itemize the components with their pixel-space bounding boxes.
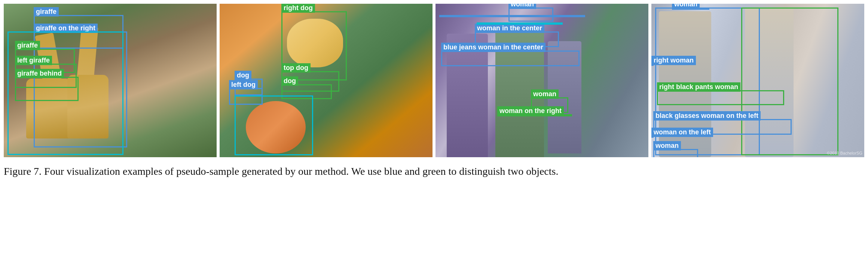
label-woman-top: woman <box>508 4 536 9</box>
label-top-dog: top dog <box>281 63 311 73</box>
bbox-woman-cyan <box>477 22 563 25</box>
bbox-dog-cyan <box>235 95 313 155</box>
label-street-woman-top: woman <box>672 4 700 9</box>
panel-dogs: right dog top dog dog dog left dog <box>220 4 433 157</box>
panel-giraffes: giraffe giraffe on the right giraffe lef… <box>4 4 217 157</box>
label-woman-right: woman on the right <box>497 106 564 116</box>
label-bluejeans-woman: blue jeans woman in the center <box>441 43 545 52</box>
label-right-woman: right woman <box>651 56 696 65</box>
bbox-giraffe-cyan <box>7 31 123 155</box>
label-woman-green1: woman <box>531 89 559 99</box>
bbox-right-woman: right woman <box>651 64 654 66</box>
bbox-woman-top: woman <box>508 7 553 22</box>
panel-women: woman woman in the center blue jeans wom… <box>435 4 648 157</box>
main-container: giraffe giraffe on the right giraffe lef… <box>0 0 868 182</box>
label-right-dog: right dog <box>281 4 315 13</box>
bbox-right-black-pants: right black pants woman <box>657 90 784 105</box>
images-row: giraffe giraffe on the right giraffe lef… <box>0 0 868 157</box>
label-dog-green: dog <box>281 76 298 86</box>
bbox-woman-on-left: woman on the left <box>651 135 654 138</box>
label-woman-center: woman in the center <box>475 24 544 33</box>
bbox-street-woman-top: woman <box>672 7 709 10</box>
bbox-woman-bottom: woman <box>653 149 698 157</box>
panel-street: woman right woman right black pants woma… <box>651 4 864 157</box>
bbox-woman-right: woman on the right <box>497 114 572 116</box>
label-dog-blue1: dog <box>235 71 251 80</box>
label-black-glasses: black glasses woman on the left <box>653 111 761 121</box>
label-woman-on-left: woman on the left <box>651 128 713 137</box>
label-giraffe-top: giraffe <box>34 7 59 16</box>
figure-caption: Figure 7. Four visualization examples of… <box>0 157 868 182</box>
bbox-all-women <box>439 15 585 17</box>
bbox-bluejeans-woman: blue jeans woman in the center <box>441 51 580 66</box>
caption-text: Figure 7. Four visualization examples of… <box>4 165 558 177</box>
label-right-black-pants: right black pants woman <box>657 82 740 92</box>
watermark-street: ©2019 BachelorSG <box>827 151 862 155</box>
label-left-dog: left dog <box>229 80 258 89</box>
label-woman-bottom: woman <box>653 141 681 150</box>
